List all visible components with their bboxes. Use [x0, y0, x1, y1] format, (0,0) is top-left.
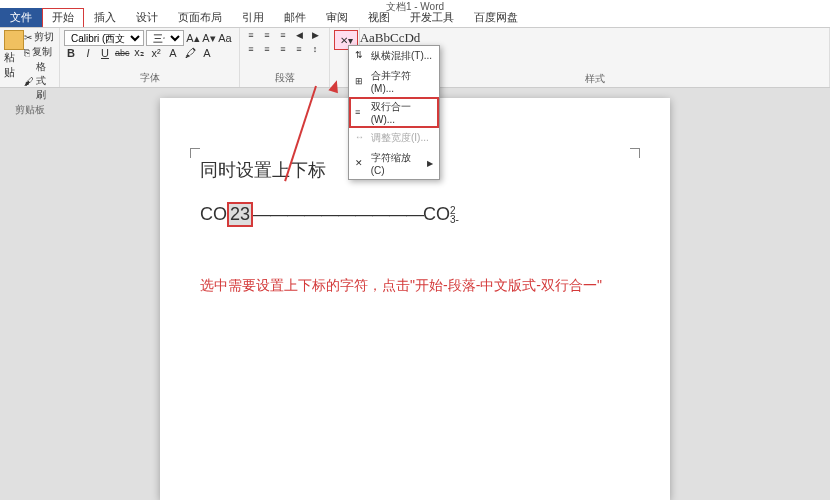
instruction-text: 选中需要设置上下标的字符，点击"开始-段落-中文版式-双行合一" — [200, 277, 630, 295]
two-lines-icon: ≡ — [355, 107, 367, 119]
tab-review[interactable]: 审阅 — [316, 8, 358, 27]
italic-button[interactable]: I — [81, 47, 95, 59]
asian-layout-dropdown: ⇅纵横混排(T)... ⊞合并字符(M)... ≡双行合一(W)... ↔调整宽… — [348, 45, 440, 180]
paste-label: 粘贴 — [4, 50, 24, 80]
dd-two-lines[interactable]: ≡双行合一(W)... — [349, 97, 439, 128]
title-bar: 文档1 - Word — [0, 0, 830, 8]
clipboard-label: 剪贴板 — [4, 103, 55, 117]
change-case-button[interactable]: Aa — [218, 32, 232, 44]
multilevel-button[interactable]: ≡ — [276, 30, 290, 44]
tab-insert[interactable]: 插入 — [84, 8, 126, 27]
tab-layout[interactable]: 页面布局 — [168, 8, 232, 27]
vertical-icon: ⇅ — [355, 50, 367, 62]
numbering-button[interactable]: ≡ — [260, 30, 274, 44]
font-size-select[interactable]: 三号 — [146, 30, 184, 46]
tab-home[interactable]: 开始 — [42, 8, 84, 27]
dd-combine-chars[interactable]: ⊞合并字符(M)... — [349, 66, 439, 97]
shrink-font-button[interactable]: A▾ — [202, 32, 216, 45]
margin-corner-tr — [630, 148, 640, 158]
indent-dec-button[interactable]: ◀ — [292, 30, 306, 44]
paragraph-label: 段落 — [244, 71, 325, 85]
brush-icon: 🖌 — [24, 76, 34, 87]
ribbon-tabs: 文件 开始 插入 设计 页面布局 引用 邮件 审阅 视图 开发工具 百度网盘 — [0, 8, 830, 28]
paste-button[interactable]: 粘贴 — [4, 30, 24, 103]
selected-text[interactable]: 23 — [227, 202, 253, 227]
copy-icon: ⎘ — [24, 47, 30, 58]
line-spacing-button[interactable]: ↕ — [308, 44, 322, 58]
scale-icon: ✕ — [355, 158, 367, 170]
paste-icon — [4, 30, 24, 50]
formula-prefix: CO — [200, 204, 227, 225]
subscript-button[interactable]: x₂ — [132, 46, 146, 59]
dd-adjust-width: ↔调整宽度(I)... — [349, 128, 439, 148]
grow-font-button[interactable]: A▴ — [186, 32, 200, 45]
align-center-button[interactable]: ≡ — [260, 44, 274, 58]
tab-developer[interactable]: 开发工具 — [400, 8, 464, 27]
font-label: 字体 — [64, 71, 235, 85]
formula-dashes: —————————— — [253, 204, 423, 225]
tab-baidu[interactable]: 百度网盘 — [464, 8, 528, 27]
strike-button[interactable]: abc — [115, 48, 129, 58]
superscript-button[interactable]: x² — [149, 47, 163, 59]
format-painter-button[interactable]: 🖌格式刷 — [24, 60, 55, 102]
indent-inc-button[interactable]: ▶ — [308, 30, 322, 44]
align-justify-button[interactable]: ≡ — [292, 44, 306, 58]
tab-mailings[interactable]: 邮件 — [274, 8, 316, 27]
formula-sub: 3- — [450, 215, 459, 224]
dd-char-scale[interactable]: ✕字符缩放(C)▶ — [349, 148, 439, 179]
align-right-button[interactable]: ≡ — [276, 44, 290, 58]
chevron-right-icon: ▶ — [427, 159, 433, 168]
text-effects-button[interactable]: A — [166, 47, 180, 59]
copy-button[interactable]: ⎘复制 — [24, 45, 55, 59]
dd-vertical-text[interactable]: ⇅纵横混排(T)... — [349, 46, 439, 66]
tab-design[interactable]: 设计 — [126, 8, 168, 27]
formula-line[interactable]: CO23——————————CO23- — [200, 202, 630, 227]
align-left-button[interactable]: ≡ — [244, 44, 258, 58]
formula-suffix: CO — [423, 204, 450, 225]
group-clipboard: 粘贴 ✂剪切 ⎘复制 🖌格式刷 剪贴板 — [0, 28, 60, 87]
combine-icon: ⊞ — [355, 76, 367, 88]
margin-corner-tl — [190, 148, 200, 158]
width-icon: ↔ — [355, 132, 367, 144]
bold-button[interactable]: B — [64, 47, 78, 59]
highlight-button[interactable]: 🖍 — [183, 47, 197, 59]
tab-file[interactable]: 文件 — [0, 8, 42, 27]
group-paragraph: ≡ ≡ ≡ ◀ ▶ ≡ ≡ ≡ ≡ ↕ 段落 — [240, 28, 330, 87]
tab-view[interactable]: 视图 — [358, 8, 400, 27]
tab-references[interactable]: 引用 — [232, 8, 274, 27]
font-family-select[interactable]: Calibri (西文) — [64, 30, 144, 46]
underline-button[interactable]: U — [98, 47, 112, 59]
scissors-icon: ✂ — [24, 32, 32, 43]
cut-button[interactable]: ✂剪切 — [24, 30, 55, 44]
font-color-button[interactable]: A — [200, 47, 214, 59]
group-font: Calibri (西文) 三号 A▴ A▾ Aa B I U abc x₂ x²… — [60, 28, 240, 87]
bullets-button[interactable]: ≡ — [244, 30, 258, 44]
